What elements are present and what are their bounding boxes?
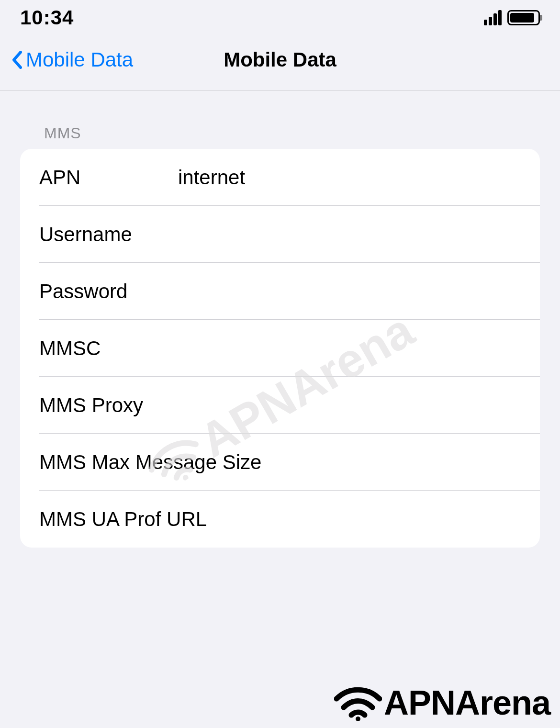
mms-proxy-row[interactable]: MMS Proxy	[20, 377, 540, 434]
back-button[interactable]: Mobile Data	[11, 48, 133, 71]
mms-max-size-label: MMS Max Message Size	[39, 451, 261, 474]
password-label: Password	[39, 280, 178, 303]
apn-input[interactable]	[178, 166, 521, 189]
mms-ua-prof-row[interactable]: MMS UA Prof URL	[20, 491, 540, 548]
username-input[interactable]	[178, 223, 521, 246]
mms-settings-group: APN Username Password MMSC MMS Proxy MMS…	[20, 149, 540, 548]
mms-ua-prof-label: MMS UA Prof URL	[39, 508, 207, 531]
cellular-signal-icon	[484, 10, 502, 25]
chevron-left-icon	[11, 51, 22, 69]
svg-point-1	[356, 717, 360, 721]
navigation-bar: Mobile Data Mobile Data	[0, 34, 560, 91]
page-title: Mobile Data	[224, 48, 336, 71]
mmsc-row[interactable]: MMSC	[20, 320, 540, 377]
wifi-icon	[334, 684, 382, 721]
battery-icon	[507, 10, 540, 25]
apn-row[interactable]: APN	[20, 149, 540, 206]
password-row[interactable]: Password	[20, 263, 540, 320]
mmsc-input[interactable]	[178, 337, 521, 360]
username-label: Username	[39, 223, 178, 246]
status-time: 10:34	[20, 6, 74, 29]
apn-label: APN	[39, 166, 178, 189]
status-bar: 10:34	[0, 0, 560, 34]
status-indicators	[484, 10, 540, 25]
username-row[interactable]: Username	[20, 206, 540, 263]
mmsc-label: MMSC	[39, 337, 178, 360]
back-label: Mobile Data	[26, 48, 133, 71]
mms-max-size-row[interactable]: MMS Max Message Size	[20, 434, 540, 491]
brand-text: APNArena	[384, 683, 550, 722]
brand-footer: APNArena	[334, 683, 550, 722]
section-header-mms: MMS	[0, 91, 560, 149]
password-input[interactable]	[178, 280, 521, 303]
mms-proxy-input[interactable]	[178, 394, 521, 417]
mms-proxy-label: MMS Proxy	[39, 394, 178, 417]
